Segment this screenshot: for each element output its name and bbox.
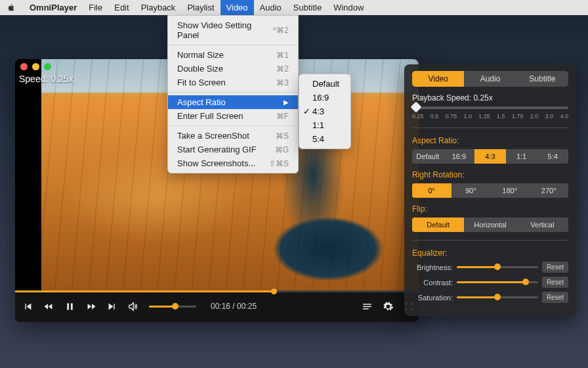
menu-take-screenshot[interactable]: Take a ScreenShot⌘S xyxy=(168,129,298,143)
rewind-button[interactable] xyxy=(39,297,58,315)
forward-button[interactable] xyxy=(81,297,100,315)
aspect-seg-16-9[interactable]: 16:9 xyxy=(444,149,475,164)
menu-label: Show Screenshots... xyxy=(177,158,255,168)
slider-fill xyxy=(457,296,497,298)
menubar: OmniPlayer File Edit Playback Playlist V… xyxy=(0,0,588,15)
contrast-label: Contrast: xyxy=(412,279,453,287)
tick: 0.25 xyxy=(412,113,424,120)
tick: 0.75 xyxy=(446,113,457,120)
aspect-option-4-3[interactable]: 4:3 xyxy=(299,104,350,118)
aspect-seg-5-4[interactable]: 5:4 xyxy=(537,149,568,164)
speed-tick-labels: 0.250.50.751.01.251.51.752.03.04.0 xyxy=(412,113,568,120)
menu-shortcut: ⌘G xyxy=(275,145,289,154)
menubar-item-video[interactable]: Video xyxy=(220,0,254,15)
minimize-window-button[interactable] xyxy=(32,63,39,70)
menu-shortcut: ⌘1 xyxy=(276,51,289,60)
menubar-item-window[interactable]: Window xyxy=(327,0,369,15)
aspect-seg-4-3[interactable]: 4:3 xyxy=(474,149,506,164)
tick: 1.75 xyxy=(512,113,524,120)
menu-show-screenshots[interactable]: Show Screenshots...⇧⌘S xyxy=(168,156,298,170)
zoom-window-button[interactable] xyxy=(44,63,51,70)
menu-label: Take a ScreenShot xyxy=(177,131,249,141)
menubar-item-edit[interactable]: Edit xyxy=(108,0,135,15)
menu-label: Aspect Ratio xyxy=(177,97,226,107)
tab-subtitle[interactable]: Subtitle xyxy=(516,71,568,87)
brightness-reset-button[interactable]: Reset xyxy=(542,262,568,273)
next-track-button[interactable] xyxy=(102,297,121,315)
tick: 1.0 xyxy=(463,113,472,120)
aspect-seg-default[interactable]: Default xyxy=(412,149,444,164)
menubar-item-audio[interactable]: Audio xyxy=(254,0,287,15)
video-settings-panel: Video Audio Subtitle Playback Speed: 0.2… xyxy=(404,64,576,316)
apple-logo-icon xyxy=(7,3,16,12)
rotation-seg-180[interactable]: 180° xyxy=(490,183,530,198)
tick: 1.25 xyxy=(478,113,490,120)
contrast-slider[interactable] xyxy=(457,281,538,283)
speed-overlay: Speed: 0.25x xyxy=(19,74,74,84)
menubar-item-subtitle[interactable]: Subtitle xyxy=(287,0,327,15)
menu-shortcut: ⌘F xyxy=(276,112,289,121)
flip-seg-horizontal[interactable]: Horizontal xyxy=(464,218,516,232)
progress-track[interactable] xyxy=(15,290,419,292)
menu-normal-size[interactable]: Normal Size⌘1 xyxy=(168,48,298,62)
menu-fit-to-screen[interactable]: Fit to Screen⌘3 xyxy=(168,76,298,89)
menubar-app-name[interactable]: OmniPlayer xyxy=(24,0,83,15)
chevron-right-icon: ▶ xyxy=(284,99,289,106)
aspect-seg-1-1[interactable]: 1:1 xyxy=(506,149,537,164)
tick: 1.5 xyxy=(497,113,505,120)
prev-track-button[interactable] xyxy=(18,297,37,315)
play-pause-button[interactable] xyxy=(60,297,79,315)
rotation-segment: 0° 90° 180° 270° xyxy=(412,183,568,198)
menu-enter-fullscreen[interactable]: Enter Full Screen⌘F xyxy=(168,109,298,123)
saturation-reset-button[interactable]: Reset xyxy=(542,292,568,303)
rotation-seg-270[interactable]: 270° xyxy=(530,183,569,198)
menu-shortcut: ⌘S xyxy=(276,131,289,141)
playback-speed-label: Playback Speed: 0.25x xyxy=(412,93,568,103)
menu-separator xyxy=(168,45,298,45)
flip-seg-vertical[interactable]: Vertical xyxy=(516,218,568,232)
menu-show-video-panel[interactable]: Show Video Setting Panel^⌘2 xyxy=(168,18,298,42)
menu-start-gif[interactable]: Start Generating GIF⌘G xyxy=(168,143,298,156)
menubar-item-playlist[interactable]: Playlist xyxy=(181,0,220,15)
panel-separator xyxy=(412,127,568,128)
flip-segment: Default Horizontal Vertical xyxy=(412,218,568,232)
tab-audio[interactable]: Audio xyxy=(464,71,516,87)
tab-video[interactable]: Video xyxy=(412,71,464,87)
playback-speed-slider[interactable] xyxy=(412,106,568,109)
aspect-option-1-1[interactable]: 1:1 xyxy=(299,118,350,132)
playlist-button[interactable] xyxy=(357,297,377,315)
menu-label: Fit to Screen xyxy=(177,78,226,87)
slider-fill xyxy=(457,281,526,283)
settings-button[interactable] xyxy=(378,297,398,315)
menu-aspect-ratio[interactable]: Aspect Ratio▶ xyxy=(168,95,298,109)
menu-separator xyxy=(168,92,298,93)
window-traffic-lights xyxy=(20,63,51,70)
tick: 2.0 xyxy=(530,113,539,120)
aspect-option-default[interactable]: Default xyxy=(299,77,350,91)
flip-seg-default[interactable]: Default xyxy=(412,218,464,232)
rotation-seg-90[interactable]: 90° xyxy=(452,183,491,198)
volume-fill xyxy=(149,306,175,308)
menu-shortcut: ⇧⌘S xyxy=(269,159,289,168)
close-window-button[interactable] xyxy=(20,63,28,70)
brightness-slider[interactable] xyxy=(457,266,538,268)
aspect-option-5-4[interactable]: 5:4 xyxy=(299,132,350,146)
aspect-option-16-9[interactable]: 16:9 xyxy=(299,91,350,104)
rotation-seg-0[interactable]: 0° xyxy=(412,183,452,198)
menu-separator xyxy=(168,126,298,126)
volume-icon[interactable] xyxy=(123,297,142,315)
video-menu-dropdown: Show Video Setting Panel^⌘2 Normal Size⌘… xyxy=(167,15,299,173)
volume-slider[interactable] xyxy=(149,306,196,308)
panel-tabs: Video Audio Subtitle xyxy=(412,71,568,87)
panel-separator xyxy=(412,240,568,241)
slider-handle[interactable] xyxy=(411,102,422,113)
menubar-item-file[interactable]: File xyxy=(83,0,108,15)
menu-double-size[interactable]: Double Size⌘2 xyxy=(168,62,298,76)
menu-label: Normal Size xyxy=(177,50,224,60)
menubar-item-playback[interactable]: Playback xyxy=(135,0,182,15)
aspect-ratio-submenu: Default 16:9 4:3 1:1 5:4 xyxy=(299,74,351,149)
menu-label: Double Size xyxy=(177,64,223,74)
contrast-reset-button[interactable]: Reset xyxy=(542,277,568,288)
equalizer-label: Equalizer: xyxy=(412,248,568,258)
saturation-slider[interactable] xyxy=(457,296,538,298)
